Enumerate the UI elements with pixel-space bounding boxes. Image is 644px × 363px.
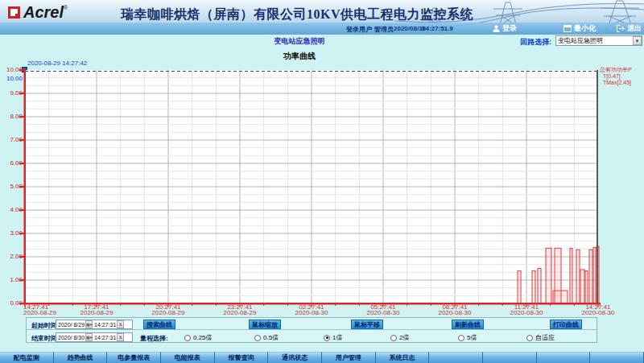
login-button[interactable]: 登录 — [493, 23, 517, 34]
time-spinner-icon[interactable]: ⇅ — [117, 333, 124, 341]
y-axis-tick-label: 10.00 — [1, 66, 23, 73]
acrel-logo-text: Acrel — [23, 3, 64, 22]
nav-item-alarm-query[interactable]: 报警查询 — [215, 352, 269, 363]
end-date-value: 2020/ 8/30 — [56, 335, 85, 340]
nav-item-comm-status[interactable]: 通讯状态 — [268, 352, 322, 363]
y-axis-tick-label: 8.00 — [1, 113, 23, 120]
bottom-nav-bar: 配电监测 趋势曲线 电参量报表 电能报表 报警查询 通讯状态 用户管理 系统日志 — [0, 352, 644, 363]
nav-item-empty[interactable] — [537, 352, 591, 363]
legend-series-name: 总有功功率P — [600, 67, 632, 73]
refresh-curve-button[interactable]: 刷新曲线 — [452, 320, 484, 329]
x-axis-tick-label: 02:27:412020-08-30 — [290, 305, 333, 316]
chart-cursor-timestamp: 2020-08-29 14:27:42 — [27, 60, 87, 67]
range-select-label: 量程选择: — [140, 334, 168, 343]
radio-icon — [526, 335, 533, 341]
chart-legend: 总有功功率P T[0.47] TMax[2.45] — [600, 67, 632, 86]
range-radio[interactable]: 2倍 — [390, 333, 409, 342]
start-datetime-input[interactable]: 2020/ 8/29 ▦▾ 14:27:31 ⇅ — [56, 320, 133, 329]
exit-button[interactable]: 退出 — [617, 23, 642, 34]
circuit-select-value: 变电站应急照明 — [556, 36, 633, 45]
range-option-label: 5倍 — [467, 333, 477, 342]
login-user-name: 管理员 — [374, 25, 394, 34]
exit-icon — [617, 25, 625, 32]
start-date-value: 2020/ 8/29 — [56, 322, 85, 328]
mouse-pan-button[interactable]: 鼠标平移 — [351, 320, 383, 329]
nav-item-empty[interactable] — [429, 352, 483, 363]
x-axis-tick-label: 14:27:412020-08-30 — [576, 305, 620, 316]
range-option-label: 2倍 — [399, 333, 409, 342]
y-axis-tick-label: 3.00 — [1, 229, 23, 237]
legend-tmax-value: TMax[2.45] — [600, 80, 632, 86]
control-row-start: 起始时间: 2020/ 8/29 ▦▾ 14:27:31 ⇅ 搜索曲线 鼠标缩放… — [27, 318, 597, 330]
login-button-label: 登录 — [502, 23, 517, 34]
y-axis-tick-label: 7.00 — [1, 136, 23, 143]
end-time-value: 14:27:31 — [93, 335, 116, 340]
range-option-label: 0.5倍 — [263, 333, 279, 342]
nav-item-parameter-report[interactable]: 电参量报表 — [107, 352, 161, 363]
nav-item-empty[interactable] — [483, 352, 537, 363]
exit-button-label: 退出 — [627, 23, 642, 34]
x-axis-tick-label: 05:27:412020-08-30 — [361, 305, 405, 316]
x-axis-tick-label: 20:27:412020-08-29 — [147, 305, 190, 316]
calendar-dropdown-icon[interactable]: ▦▾ — [85, 333, 93, 341]
y-axis-tick-label: 6.00 — [1, 159, 23, 167]
nav-item-empty[interactable] — [590, 352, 644, 363]
y-axis-tick-label: 5.00 — [1, 183, 23, 190]
legend-t-value: T[0.47] — [600, 73, 632, 80]
nav-item-trend-curve[interactable]: 趋势曲线 — [54, 352, 108, 363]
acrel-logo-mark — [8, 6, 20, 19]
radio-icon — [390, 335, 397, 341]
curve-control-panel: 起始时间: 2020/ 8/29 ▦▾ 14:27:31 ⇅ 搜索曲线 鼠标缩放… — [26, 317, 597, 343]
y-axis-tick-label: 9.00 — [1, 89, 23, 97]
minimize-icon — [564, 25, 572, 32]
range-radio[interactable]: 1倍 — [324, 333, 342, 342]
person-icon — [493, 25, 500, 32]
print-curve-button[interactable]: 打印曲线 — [550, 320, 582, 329]
x-axis-tick-label: 17:27:412020-08-29 — [75, 305, 118, 316]
time-spinner-icon[interactable]: ⇅ — [117, 320, 124, 328]
y-axis-tick-label: 1.00 — [1, 276, 23, 283]
nav-item-energy-report[interactable]: 电能报表 — [161, 352, 215, 363]
minimize-button[interactable]: 最小化 — [564, 23, 596, 34]
range-option-label: 0.25倍 — [193, 333, 213, 342]
range-option-label: 1倍 — [332, 333, 342, 342]
mouse-zoom-button[interactable]: 鼠标缩放 — [249, 320, 281, 329]
range-radio[interactable]: 5倍 — [458, 333, 477, 342]
circuit-select-label: 回路选择: — [520, 37, 551, 47]
y-axis-secondary-label: 10.00 — [1, 75, 23, 82]
nav-item-distribution-monitor[interactable]: 配电监测 — [0, 352, 54, 363]
start-time-value: 14:27:31 — [93, 322, 116, 328]
radio-icon — [184, 335, 191, 341]
radio-icon — [324, 335, 330, 341]
app-title: 瑞幸咖啡烘焙（屏南）有限公司10KV供电工程电力监控系统 — [121, 6, 451, 23]
app-header: Acrel ® 瑞幸咖啡烘焙（屏南）有限公司10KV供电工程电力监控系统 登录用… — [0, 0, 644, 35]
radio-icon — [458, 335, 464, 341]
y-axis-tick-label: 4.00 — [1, 206, 23, 213]
range-radio[interactable]: 0.25倍 — [184, 333, 213, 342]
registered-trademark: ® — [64, 5, 68, 10]
acrel-logo: Acrel ® — [8, 2, 68, 22]
x-axis-tick-label: 14:27:412020-08-29 — [23, 305, 67, 316]
y-axis-tick-label: 0.00 — [1, 299, 23, 307]
range-radio[interactable]: 自适应 — [526, 333, 555, 342]
x-axis-tick-label: 23:27:412020-08-29 — [218, 305, 262, 316]
range-radio[interactable]: 0.5倍 — [254, 333, 279, 342]
calendar-dropdown-icon[interactable]: ▦▾ — [85, 320, 93, 328]
end-datetime-input[interactable]: 2020/ 8/30 ▦▾ 14:27:31 ⇅ — [56, 332, 133, 342]
x-axis-tick-label: 11:27:412020-08-30 — [505, 305, 548, 316]
power-curve-canvas — [25, 70, 598, 303]
subheader-bar — [0, 23, 644, 35]
nav-item-system-log[interactable]: 系统日志 — [376, 352, 430, 363]
nav-item-user-management[interactable]: 用户管理 — [322, 352, 376, 363]
power-curve-plot[interactable] — [25, 70, 598, 303]
circuit-select-dropdown[interactable]: 变电站应急照明 ▼ — [555, 35, 642, 46]
chevron-down-icon[interactable]: ▼ — [633, 36, 642, 45]
x-axis-tick-label: 08:27:412020-08-30 — [433, 305, 477, 316]
search-curve-button[interactable]: 搜索曲线 — [143, 320, 175, 329]
radio-icon — [254, 335, 261, 341]
login-user-label: 登录用户： — [346, 25, 378, 34]
chart-title: 功率曲线 — [0, 51, 599, 62]
control-row-end: 结束时间: 2020/ 8/30 ▦▾ 14:27:31 ⇅ 量程选择: 0.2… — [27, 331, 597, 343]
header-time: 14:27:51.9 — [422, 25, 453, 32]
page-title: 变电站应急照明 — [0, 36, 599, 47]
